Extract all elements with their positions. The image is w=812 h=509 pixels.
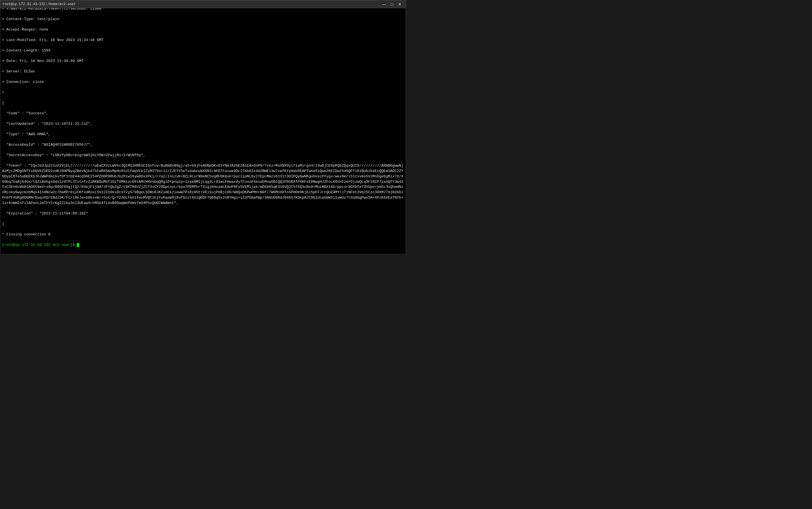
terminal-line: * Closing connection 0 <box>2 232 404 237</box>
terminal-line: < Connection: close <box>2 79 404 85</box>
terminal-line: "AccessKeyId" : "ASIAQ4F52AR6BI7G56J7", <box>2 142 404 148</box>
terminal-cursor <box>77 243 79 247</box>
terminal-line: "Type" : "AWS-HMAC", <box>2 132 404 137</box>
terminal-line: < Date: Fri, 10 Nov 2023 21:36:40 GMT <box>2 59 404 64</box>
terminal-line: "Token" : "IQoJb3JpZ21uX2VjEL7//////////… <box>2 163 404 206</box>
terminal-line: "LastUpdated" : "2023-11-10T21:33:21Z", <box>2 122 404 127</box>
maximize-button[interactable]: □ <box>388 1 396 7</box>
terminal-line: "Expiration" : "2023-11-11T04:09:18Z" <box>2 211 404 216</box>
terminal-line: } <box>2 222 404 227</box>
terminal-line: < Content-Type: text/plain <box>2 17 404 22</box>
terminal-line: { <box>2 100 404 106</box>
minimize-button[interactable]: — <box>380 1 387 7</box>
terminal-line: < Server: EC2ws <box>2 69 404 74</box>
terminal-line: [root@ip-172-31-43-132 ec2-user]$ <box>2 242 404 248</box>
terminal-line: < X-Aws-Ec2-Metadata-Token-Ttl-Seconds: … <box>2 8 404 11</box>
title-bar-left: root@ip-172-31-43-132:/home/ec2-user <box>3 2 76 6</box>
terminal-line: "Code" : "Success", <box>2 111 404 116</box>
window-controls: — □ ✕ <box>380 1 403 7</box>
title-bar: root@ip-172-31-43-132:/home/ec2-user — □… <box>0 0 406 8</box>
terminal-line: "SecretAccessKey" : "LGKvfyDRu+b1grbW3jH… <box>2 153 404 158</box>
window-title: root@ip-172-31-43-132:/home/ec2-user <box>3 2 76 6</box>
terminal-output[interactable]: [root@ip-172-31-43-132 ec2-user]# TOKEN=… <box>0 8 406 254</box>
terminal-line: < <box>2 90 404 95</box>
terminal-line: < Accept-Ranges: none <box>2 27 404 33</box>
terminal-window: root@ip-172-31-43-132:/home/ec2-user — □… <box>0 0 406 254</box>
terminal-line: < Content-Length: 1594 <box>2 48 404 54</box>
close-button[interactable]: ✕ <box>396 1 403 7</box>
terminal-line: < Last-Modified: Fri, 10 Nov 2023 21:34:… <box>2 38 404 43</box>
